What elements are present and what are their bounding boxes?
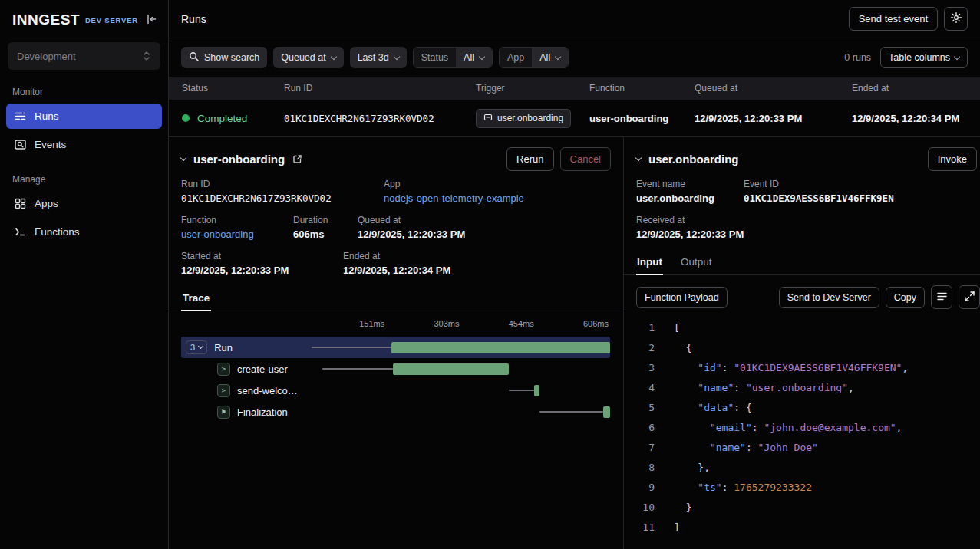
tab-trace[interactable]: Trace	[181, 288, 211, 311]
duration-field: Duration 606ms	[293, 215, 358, 240]
payload-code-editor[interactable]: 1[2 {3 "id": "01KC1DEX9AESS6BF1V46FFK9EN…	[624, 317, 980, 549]
run-meta-row-2: Function user-onboarding Duration 606ms …	[169, 215, 623, 251]
code-line: 11]	[624, 518, 980, 537]
show-search-button[interactable]: Show search	[181, 47, 267, 68]
code-line: 3 "id": "01KC1DEX9AESS6BF1V46FFK9EN",	[624, 358, 980, 378]
expand-button[interactable]	[959, 285, 980, 309]
queued-at-value: 12/9/2025, 12:20:33 PM	[358, 228, 465, 240]
tab-input[interactable]: Input	[636, 252, 663, 275]
select-updown-icon	[142, 51, 151, 61]
send-test-event-button[interactable]: Send test event	[849, 7, 938, 31]
sidebar-item-functions[interactable]: Functions	[6, 219, 162, 245]
step-icon: >	[217, 363, 230, 376]
lines-icon	[936, 291, 948, 304]
code-line: 5 "data": {	[624, 398, 980, 418]
app-link[interactable]: nodejs-open-telemetry-example	[384, 192, 524, 204]
event-name-value: user.onboarding	[636, 192, 744, 204]
axis-tick-label: 151ms	[359, 319, 386, 328]
trace-expand-toggle[interactable]: 3	[186, 340, 207, 354]
finalization-icon: ⚑	[217, 406, 230, 419]
run-panel-actions: Rerun Cancel	[506, 147, 611, 171]
nav-label-events: Events	[35, 139, 66, 150]
trigger-badge[interactable]: user.onboarding	[476, 109, 571, 128]
event-meta-row-2: Received at 12/9/2025, 12:20:33 PM	[624, 215, 980, 251]
received-at-label: Received at	[636, 215, 744, 225]
trace-span-bar[interactable]	[534, 385, 539, 396]
status-dot-completed	[182, 114, 190, 122]
table-row[interactable]: Completed 01KC1DEXCHR2N617Z93RK0VD02 use…	[169, 100, 980, 136]
rerun-button[interactable]: Rerun	[506, 147, 553, 171]
trace-queue-line	[509, 390, 534, 391]
axis-tick-label: 454ms	[509, 319, 536, 328]
trace-axis: 151ms303ms454ms606ms	[181, 317, 610, 334]
code-line: 2 {	[624, 338, 980, 358]
filter-bar: Show search Queued at Last 3d Status All…	[169, 38, 980, 77]
search-icon	[189, 51, 199, 64]
copy-button[interactable]: Copy	[886, 287, 925, 308]
settings-button[interactable]	[944, 7, 968, 31]
function-payload-button[interactable]: Function Payload	[636, 287, 728, 308]
axis-tick-label: 303ms	[434, 319, 460, 328]
tab-output[interactable]: Output	[680, 252, 713, 275]
sidebar-item-runs[interactable]: Runs	[6, 104, 162, 129]
environment-select[interactable]: Development	[8, 42, 160, 70]
trace-row[interactable]: >create-user	[181, 358, 610, 380]
send-to-dev-server-button[interactable]: Send to Dev Server	[779, 287, 879, 308]
function-link[interactable]: user-onboarding	[181, 228, 254, 240]
app-filter-label: App	[500, 48, 532, 67]
collapse-event-detail-icon[interactable]	[635, 155, 642, 161]
trace-axis-track: 151ms303ms454ms606ms	[312, 317, 610, 334]
chevron-down-icon	[198, 344, 203, 349]
chevron-down-icon	[393, 53, 399, 59]
trace-row[interactable]: >send-welco…	[181, 380, 610, 401]
cancel-button[interactable]: Cancel	[560, 147, 611, 171]
table-columns-dropdown[interactable]: Table columns	[880, 47, 968, 68]
trace-row[interactable]: ⚑Finalization	[181, 401, 610, 422]
event-name-label: Event name	[636, 179, 744, 189]
function-cell: user-onboarding	[589, 113, 695, 124]
status-filter: Status All	[413, 47, 493, 68]
line-number: 7	[624, 438, 655, 458]
sidebar: INNGEST DEV SERVER Development Monitor R…	[0, 0, 169, 549]
invoke-button[interactable]: Invoke	[928, 147, 977, 171]
trace-span-bar[interactable]	[603, 406, 610, 418]
sidebar-item-events[interactable]: Events	[6, 132, 162, 157]
table-columns-label: Table columns	[889, 52, 950, 63]
wrap-lines-button[interactable]	[931, 285, 952, 309]
collapse-sidebar-icon	[145, 13, 157, 28]
sidebar-collapse-button[interactable]	[145, 13, 157, 28]
function-label: Function	[181, 215, 293, 225]
sidebar-header: INNGEST DEV SERVER	[0, 0, 168, 36]
sidebar-item-apps[interactable]: Apps	[6, 191, 162, 216]
code-line: 9 "ts": 1765279233322	[624, 478, 980, 498]
event-meta-row-1: Event name user.onboarding Event ID 01KC…	[624, 179, 980, 215]
trace-queue-line	[312, 347, 391, 348]
status-filter-dropdown[interactable]: All	[456, 48, 492, 67]
status-filter-label: Status	[414, 48, 456, 67]
run-meta-row-3: Started at 12/9/2025, 12:20:33 PM Ended …	[169, 251, 623, 287]
collapse-run-detail-icon[interactable]	[180, 155, 186, 161]
app-filter-value: All	[539, 52, 550, 63]
payload-actions: Send to Dev Server Copy	[779, 285, 968, 309]
line-number: 2	[624, 338, 655, 358]
trace-span-bar[interactable]	[393, 363, 509, 375]
time-range-dropdown[interactable]: Last 3d	[350, 47, 407, 68]
functions-icon	[14, 225, 27, 238]
apps-icon	[14, 197, 27, 210]
trace-row[interactable]: 3Run	[181, 337, 610, 358]
external-link-icon[interactable]	[292, 154, 302, 164]
run-id-field: Run ID 01KC1DEXCHR2N617Z93RK0VD02	[181, 179, 384, 204]
status-badge: Completed	[197, 113, 247, 124]
column-trigger: Trigger	[476, 83, 589, 94]
section-label-manage: Manage	[0, 159, 168, 189]
show-search-label: Show search	[204, 52, 259, 63]
nav-label-apps: Apps	[35, 198, 58, 209]
app-filter-dropdown[interactable]: All	[532, 48, 568, 67]
trace-tabbar: Trace	[169, 288, 623, 311]
section-label-monitor: Monitor	[0, 71, 168, 102]
trace-span-name: Run	[214, 342, 233, 353]
queued-at-dropdown[interactable]: Queued at	[273, 47, 343, 68]
queued-at-cell: 12/9/2025, 12:20:33 PM	[695, 113, 852, 124]
run-id-label: Run ID	[181, 179, 384, 189]
trace-span-bar[interactable]	[391, 342, 610, 353]
